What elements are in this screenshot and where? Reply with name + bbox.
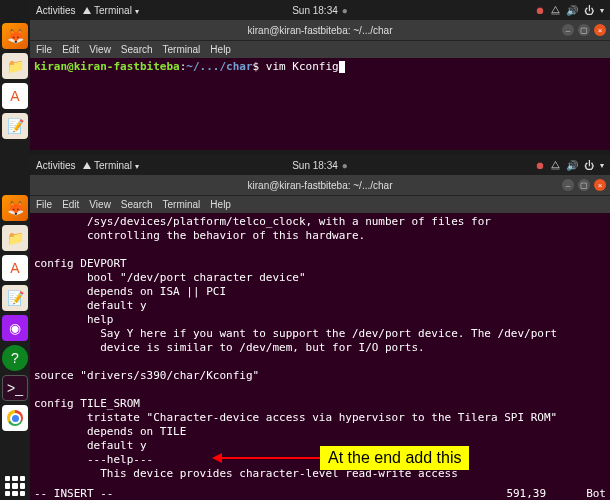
menu-search[interactable]: Search xyxy=(121,199,153,210)
app-menu[interactable]: Terminal ▾ xyxy=(83,5,138,16)
maximize-button[interactable]: ▢ xyxy=(578,179,590,191)
maximize-button[interactable]: ▢ xyxy=(578,24,590,36)
annotation: At the end add this xyxy=(220,446,469,470)
window-titlebar: kiran@kiran-fastbiteba: ~/.../char – ▢ × xyxy=(30,20,610,40)
minimize-button[interactable]: – xyxy=(562,179,574,191)
terminal-menubar: File Edit View Search Terminal Help xyxy=(30,195,610,213)
terminal-window-1: Activities Terminal ▾ Sun 18:34 ● ⏺ ⧋ 🔊 … xyxy=(30,0,610,150)
prompt-user: kiran@kiran-fastbiteba xyxy=(34,60,180,73)
annotation-label: At the end add this xyxy=(320,446,469,470)
chevron-down-icon: ▾ xyxy=(135,162,139,171)
gnome-icon[interactable]: ◉ xyxy=(2,315,28,341)
files-icon[interactable]: 📁 xyxy=(2,53,28,79)
terminal-content[interactable]: kiran@kiran-fastbiteba:~/.../char$ vim K… xyxy=(30,58,610,76)
gnome-topbar: Activities Terminal ▾ Sun 18:34 ● ⏺ ⧋ 🔊 … xyxy=(30,155,610,175)
close-button[interactable]: × xyxy=(594,24,606,36)
help-icon[interactable]: ? xyxy=(2,345,28,371)
gnome-topbar: Activities Terminal ▾ Sun 18:34 ● ⏺ ⧋ 🔊 … xyxy=(30,0,610,20)
power-icon[interactable]: ⏻ xyxy=(584,160,594,171)
terminal-icon[interactable]: >_ xyxy=(2,375,28,401)
terminal-app-icon xyxy=(83,162,91,169)
vim-status-line: -- INSERT -- 591,39 Bot xyxy=(30,487,610,500)
window-title: kiran@kiran-fastbiteba: ~/.../char xyxy=(248,180,393,191)
clock[interactable]: Sun 18:34 xyxy=(292,5,338,16)
command-text: vim Kconfig xyxy=(266,60,339,73)
launcher-dock: 🦊 📁 A 📝 🦊 📁 A 📝 ◉ ? >_ xyxy=(0,0,30,500)
chevron-down-icon: ▾ xyxy=(135,7,139,16)
menu-terminal[interactable]: Terminal xyxy=(163,44,201,55)
chevron-down-icon: ▾ xyxy=(600,6,604,15)
menu-file[interactable]: File xyxy=(36,199,52,210)
menu-terminal[interactable]: Terminal xyxy=(163,199,201,210)
menu-help[interactable]: Help xyxy=(210,44,231,55)
text-editor-icon[interactable]: 📝 xyxy=(2,113,28,139)
minimize-button[interactable]: – xyxy=(562,24,574,36)
activities-button[interactable]: Activities xyxy=(36,5,75,16)
vim-editor-content[interactable]: /sys/devices/platform/telco_clock, with … xyxy=(30,213,610,483)
menu-edit[interactable]: Edit xyxy=(62,44,79,55)
files-icon[interactable]: 📁 xyxy=(2,225,28,251)
chrome-icon[interactable] xyxy=(2,405,28,431)
software-icon[interactable]: A xyxy=(2,255,28,281)
close-button[interactable]: × xyxy=(594,179,606,191)
terminal-menubar: File Edit View Search Terminal Help xyxy=(30,40,610,58)
network-icon[interactable]: ⧋ xyxy=(551,4,560,16)
firefox-icon[interactable]: 🦊 xyxy=(2,195,28,221)
volume-icon[interactable]: 🔊 xyxy=(566,160,578,171)
menu-search[interactable]: Search xyxy=(121,44,153,55)
power-icon[interactable]: ⏻ xyxy=(584,5,594,16)
menu-help[interactable]: Help xyxy=(210,199,231,210)
cursor xyxy=(339,61,345,73)
activities-button[interactable]: Activities xyxy=(36,160,75,171)
menu-view[interactable]: View xyxy=(89,199,111,210)
notification-dot-icon: ● xyxy=(342,160,348,171)
window-titlebar: kiran@kiran-fastbiteba: ~/.../char – ▢ × xyxy=(30,175,610,195)
show-applications-icon[interactable] xyxy=(5,476,25,496)
menu-edit[interactable]: Edit xyxy=(62,199,79,210)
network-icon[interactable]: ⧋ xyxy=(551,159,560,171)
record-icon[interactable]: ⏺ xyxy=(535,160,545,171)
window-title: kiran@kiran-fastbiteba: ~/.../char xyxy=(248,25,393,36)
menu-file[interactable]: File xyxy=(36,44,52,55)
firefox-icon[interactable]: 🦊 xyxy=(2,23,28,49)
software-icon[interactable]: A xyxy=(2,83,28,109)
vim-cursor-position: 591,39 xyxy=(506,487,546,500)
vim-scroll-location: Bot xyxy=(586,487,606,500)
chevron-down-icon: ▾ xyxy=(600,161,604,170)
arrow-icon xyxy=(220,457,320,459)
notification-dot-icon: ● xyxy=(342,5,348,16)
app-menu[interactable]: Terminal ▾ xyxy=(83,160,138,171)
text-editor-icon[interactable]: 📝 xyxy=(2,285,28,311)
vim-mode: -- INSERT -- xyxy=(34,487,113,500)
menu-view[interactable]: View xyxy=(89,44,111,55)
clock[interactable]: Sun 18:34 xyxy=(292,160,338,171)
record-icon[interactable]: ⏺ xyxy=(535,5,545,16)
terminal-app-icon xyxy=(83,7,91,14)
volume-icon[interactable]: 🔊 xyxy=(566,5,578,16)
prompt-path: ~/.../char xyxy=(186,60,252,73)
